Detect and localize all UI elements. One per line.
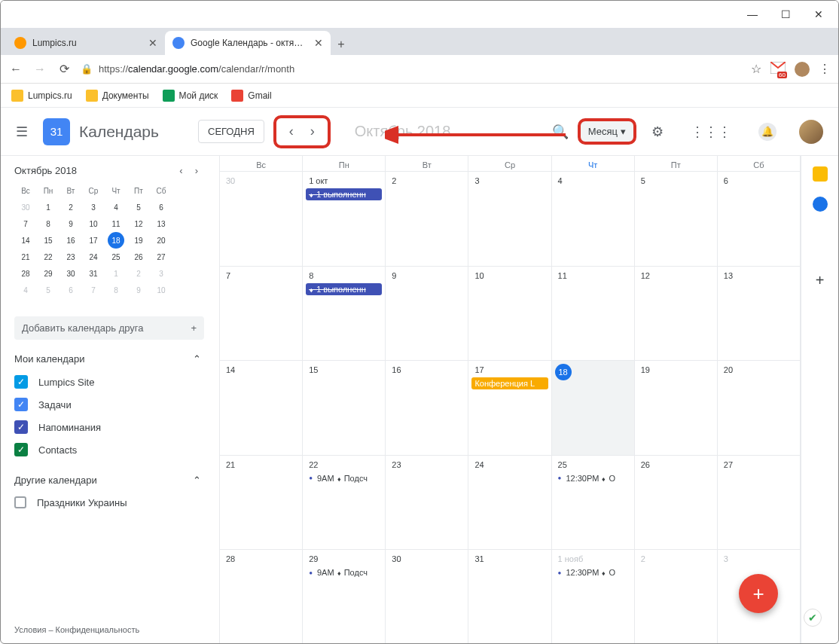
window-min[interactable]: — [736, 4, 769, 25]
calendar-item[interactable]: Праздники Украины [14, 492, 219, 513]
calendar-checkbox[interactable]: ✓ [14, 420, 28, 434]
calendar-item[interactable]: ✓Задачи [14, 393, 219, 416]
day-cell[interactable]: 26 [635, 456, 718, 551]
day-cell[interactable]: 7 [220, 267, 303, 362]
day-cell[interactable]: 11 [552, 267, 635, 362]
day-cell[interactable]: 13 [718, 267, 801, 362]
calendar-checkbox[interactable] [14, 496, 26, 508]
mini-day-cell[interactable]: 3 [150, 265, 172, 282]
next-month-button[interactable]: › [302, 121, 323, 142]
day-cell[interactable]: 3 [468, 172, 551, 267]
mini-day-cell[interactable]: 8 [37, 215, 59, 232]
day-cell[interactable]: 17Конференция L [468, 361, 551, 456]
day-cell[interactable]: 1 нояб12:30PM ⬧ О [552, 550, 635, 644]
mini-day-cell[interactable]: 6 [59, 282, 82, 298]
calendar-checkbox[interactable]: ✓ [14, 398, 28, 411]
mini-day-cell[interactable]: 16 [59, 232, 82, 249]
day-cell[interactable]: 4 [552, 172, 635, 267]
add-friend-calendar[interactable]: Добавить календарь друга + [14, 316, 204, 340]
address-input[interactable]: 🔒 https://calendar.google.com/calendar/r… [81, 63, 742, 75]
day-cell[interactable]: 16 [386, 361, 468, 456]
mini-day-cell[interactable]: 28 [14, 265, 37, 282]
mini-day-cell[interactable]: 17 [82, 232, 105, 249]
mini-day-cell[interactable]: 4 [14, 282, 37, 298]
bookmark-item[interactable]: Документы [86, 90, 149, 102]
tab-close-icon[interactable]: ✕ [148, 37, 157, 49]
calendar-checkbox[interactable]: ✓ [14, 443, 28, 456]
day-cell[interactable]: 24 [468, 456, 551, 551]
apps-grid-icon[interactable]: ⋮⋮⋮ [691, 124, 731, 140]
day-cell[interactable]: 31 [468, 550, 551, 644]
mini-day-cell[interactable]: 1 [105, 265, 127, 282]
bookmark-item[interactable]: Lumpics.ru [11, 90, 72, 102]
day-cell[interactable]: 23 [386, 456, 468, 551]
calendar-checkbox[interactable]: ✓ [14, 375, 28, 389]
reload-button[interactable]: ⟳ [56, 62, 72, 77]
mini-calendar[interactable]: ВсПнВтСрЧтПтСб30123456789101112131415161… [14, 182, 219, 298]
my-calendars-header[interactable]: Мои календари ⌃ [14, 353, 219, 365]
mini-day-cell[interactable]: 7 [14, 215, 37, 232]
mini-day-cell[interactable]: 13 [150, 215, 172, 232]
mini-prev-icon[interactable]: ‹ [179, 165, 182, 176]
mini-day-cell[interactable]: 5 [37, 282, 59, 298]
day-cell[interactable]: 28 [220, 550, 303, 644]
mini-day-cell[interactable]: 23 [59, 249, 82, 265]
calendar-event[interactable]: ⬧ 1 выполненн [306, 188, 382, 200]
mini-day-cell[interactable]: 9 [127, 282, 150, 298]
mini-day-cell[interactable]: 2 [127, 265, 150, 282]
mini-day-cell[interactable]: 29 [37, 265, 59, 282]
bookmark-item[interactable]: Gmail [231, 90, 271, 102]
bookmark-star-icon[interactable]: ☆ [751, 62, 761, 76]
tab-close-icon[interactable]: ✕ [314, 37, 323, 49]
search-icon[interactable]: 🔍 [552, 124, 569, 140]
day-cell[interactable]: 6 [718, 172, 801, 267]
forward-button[interactable]: → [32, 62, 47, 77]
mini-day-cell[interactable]: 25 [105, 249, 127, 265]
today-button[interactable]: СЕГОДНЯ [198, 120, 264, 143]
mini-day-cell[interactable]: 4 [105, 199, 127, 215]
notifications-icon[interactable]: 🔔 [758, 123, 776, 141]
account-avatar[interactable] [799, 120, 823, 144]
mini-day-cell[interactable]: 30 [59, 265, 82, 282]
bookmark-item[interactable]: Мой диск [163, 90, 218, 102]
browser-menu-icon[interactable]: ⋮ [819, 62, 831, 76]
day-cell[interactable]: 15 [303, 361, 386, 456]
mini-day-cell[interactable]: 26 [127, 249, 150, 265]
day-cell[interactable]: 5 [635, 172, 718, 267]
window-close[interactable]: ✕ [802, 4, 835, 25]
calendar-item[interactable]: ✓Contacts [14, 438, 219, 461]
day-cell[interactable]: 30 [220, 172, 303, 267]
mini-day-cell[interactable]: 3 [82, 199, 105, 215]
day-cell[interactable]: 27 [718, 456, 801, 551]
view-selector[interactable]: Месяц ▾ [578, 118, 636, 145]
day-cell[interactable]: 229AM ⬧ Подсч [303, 456, 386, 551]
mini-day-cell[interactable]: 8 [105, 282, 127, 298]
mini-day-cell[interactable]: 1 [37, 199, 59, 215]
calendar-event[interactable]: 9AM ⬧ Подсч [306, 472, 382, 484]
back-button[interactable]: ← [8, 62, 23, 77]
mini-day-cell[interactable]: 24 [82, 249, 105, 265]
tasks-icon[interactable] [813, 197, 828, 212]
browser-tab[interactable]: Lumpics.ru✕ [7, 31, 165, 55]
security-shield-icon[interactable]: ✔ [804, 609, 822, 627]
day-cell[interactable]: 2 [386, 172, 468, 267]
new-tab-button[interactable]: + [331, 34, 352, 55]
calendar-event[interactable]: Конференция L [471, 377, 548, 389]
window-max[interactable]: ☐ [769, 4, 802, 25]
day-cell[interactable]: 19 [635, 361, 718, 456]
calendar-event[interactable]: 12:30PM ⬧ О [555, 566, 631, 578]
keep-icon[interactable] [813, 166, 828, 182]
day-cell[interactable]: 8⬧ 1 выполненн [303, 267, 386, 362]
profile-avatar-small[interactable] [795, 62, 810, 77]
hamburger-icon[interactable]: ☰ [16, 124, 34, 140]
day-cell[interactable]: 21 [220, 456, 303, 551]
calendar-item[interactable]: ✓Lumpics Site [14, 371, 219, 393]
mini-day-cell[interactable]: 10 [150, 282, 172, 298]
day-cell[interactable]: 30 [386, 550, 468, 644]
mini-next-icon[interactable]: › [195, 165, 198, 176]
day-cell[interactable]: 299AM ⬧ Подсч [303, 550, 386, 644]
create-event-fab[interactable]: + [739, 574, 778, 613]
day-cell[interactable]: 10 [468, 267, 551, 362]
day-cell[interactable]: 2512:30PM ⬧ О [552, 456, 635, 551]
day-cell[interactable]: 18 [552, 361, 635, 456]
